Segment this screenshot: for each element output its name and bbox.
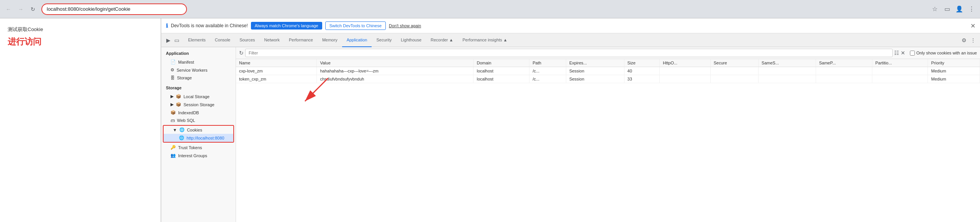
cell-path: /c...: [529, 75, 566, 83]
col-partitio: Partitio...: [872, 59, 928, 67]
tab-memory[interactable]: Memory: [318, 33, 342, 47]
device-icon[interactable]: ▭: [173, 36, 180, 44]
filter-options-button[interactable]: ☷: [894, 50, 899, 56]
reload-button[interactable]: ↻: [28, 4, 38, 15]
cell-name: cxp-love_zm: [236, 67, 317, 75]
interest-groups-icon: 👥: [170, 153, 176, 158]
manifest-icon: 📄: [170, 59, 176, 64]
forward-button[interactable]: →: [15, 4, 26, 15]
table-header-row: Name Value Domain Path Expires... Size H…: [236, 59, 980, 67]
devtools-sidebar: Application 📄 Manifest ⚙ Service Workers…: [161, 47, 236, 222]
col-samep: SameP...: [816, 59, 872, 67]
devtools-tabs: ▶ ▭ Elements Console Sources Network Per…: [161, 33, 980, 47]
sidebar-item-cookies-localhost[interactable]: 🌐 http://localhost:8080: [164, 134, 233, 142]
switch-devtools-button[interactable]: Switch DevTools to Chinese: [325, 21, 386, 30]
sidebar-item-service-workers[interactable]: ⚙ Service Workers: [161, 66, 236, 74]
cell-name: token_cxp_zm: [236, 75, 317, 83]
devtools-body: Application 📄 Manifest ⚙ Service Workers…: [161, 47, 980, 222]
bookmark-button[interactable]: ☆: [929, 4, 940, 15]
sidebar-item-manifest[interactable]: 📄 Manifest: [161, 58, 236, 66]
table-row[interactable]: token_cxp_zmchsdiufvbndsufyvbnduhlocalho…: [236, 75, 980, 83]
devtools-tab-icons: ▶ ▭: [164, 36, 180, 44]
main-page: 测试获取Cookie 进行访问: [0, 18, 161, 222]
table-row[interactable]: cxp-love_zmhahahahaha---cxp---love=---zm…: [236, 67, 980, 75]
sidebar-item-web-sql[interactable]: 🗃 Web SQL: [161, 117, 236, 124]
always-match-button[interactable]: Always match Chrome's language: [251, 22, 322, 30]
cell-value: hahahahaha---cxp---love=---zm: [317, 67, 474, 75]
local-storage-icon: ▶: [170, 94, 174, 99]
more-options-icon[interactable]: ⋮: [969, 36, 977, 44]
issue-checkbox-label: Only show cookies with an issue: [910, 51, 977, 56]
cell-domain: localhost: [474, 75, 529, 83]
dont-show-button[interactable]: Don't show again: [389, 23, 421, 28]
cast-button[interactable]: ▭: [942, 4, 952, 15]
trust-tokens-icon: 🔑: [170, 145, 176, 150]
table-wrapper: Name Value Domain Path Expires... Size H…: [236, 59, 980, 222]
indexeddb-label: IndexedDB: [178, 110, 199, 115]
storage-header: Storage: [161, 83, 236, 92]
tab-recorder[interactable]: Recorder ▲: [426, 33, 458, 47]
tab-lighthouse[interactable]: Lighthouse: [396, 33, 426, 47]
col-value: Value: [317, 59, 474, 67]
cell-domain: localhost: [474, 67, 529, 75]
cookies-group: ▼ 🌐 Cookies 🌐 http://localhost:8080: [163, 125, 234, 143]
col-domain: Domain: [474, 59, 529, 67]
tab-sources[interactable]: Sources: [235, 33, 259, 47]
local-storage-icon2: 📦: [176, 94, 181, 99]
col-expires: Expires...: [566, 59, 624, 67]
cell-partitio: [872, 67, 928, 75]
cookies-icon: 🌐: [179, 127, 185, 132]
storage-app-icon: 🗄: [170, 76, 175, 80]
filter-input[interactable]: [245, 49, 893, 57]
tab-security[interactable]: Security: [372, 33, 396, 47]
sidebar-item-indexeddb[interactable]: 📦 IndexedDB: [161, 109, 236, 117]
cell-priority: Medium: [928, 67, 980, 75]
indexeddb-icon: 📦: [170, 110, 176, 115]
sidebar-item-local-storage[interactable]: ▶ 📦 Local Storage: [161, 92, 236, 100]
cell-sames: [758, 67, 816, 75]
info-bar: ℹ DevTools is now available in Chinese! …: [161, 18, 980, 33]
profile-button[interactable]: 👤: [954, 4, 965, 15]
cell-priority: Medium: [928, 75, 980, 83]
cursor-icon[interactable]: ▶: [164, 36, 172, 44]
info-text: DevTools is now available in Chinese!: [171, 23, 248, 28]
cookies-localhost-label: http://localhost:8080: [187, 136, 224, 140]
session-storage-label: Session Storage: [184, 102, 215, 107]
cell-path: /c...: [529, 67, 566, 75]
cell-httpo: [660, 75, 710, 83]
sidebar-item-cookies[interactable]: ▼ 🌐 Cookies: [164, 126, 233, 134]
info-close-button[interactable]: ✕: [970, 22, 975, 30]
cell-expires: Session: [566, 75, 624, 83]
cell-expires: Session: [566, 67, 624, 75]
tab-console[interactable]: Console: [210, 33, 235, 47]
tab-performance-insights[interactable]: Performance insights ▲: [458, 33, 512, 47]
devtools-tab-right: ⚙ ⋮: [960, 36, 977, 44]
main-heading: 进行访问: [8, 36, 153, 48]
settings-icon[interactable]: ⚙: [960, 36, 968, 44]
service-workers-label: Service Workers: [177, 68, 207, 72]
cookies-expand-icon: ▼: [173, 128, 177, 132]
cell-samep: [816, 67, 872, 75]
cookies-localhost-icon: 🌐: [179, 135, 184, 140]
tab-application[interactable]: Application: [342, 33, 372, 47]
filter-clear-button[interactable]: ✕: [901, 50, 905, 56]
filter-bar: ↻ ☷ ✕ Only show cookies with an issue: [236, 47, 980, 59]
cookies-table: Name Value Domain Path Expires... Size H…: [236, 59, 980, 83]
sidebar-item-interest-groups[interactable]: 👥 Interest Groups: [161, 151, 236, 160]
tab-elements[interactable]: Elements: [184, 33, 210, 47]
sidebar-item-session-storage[interactable]: ▶ 📦 Session Storage: [161, 100, 236, 109]
sidebar-item-trust-tokens[interactable]: 🔑 Trust Tokens: [161, 143, 236, 151]
info-icon: ℹ: [166, 23, 168, 29]
issue-checkbox[interactable]: [910, 51, 915, 56]
cell-httpo: [660, 67, 710, 75]
address-bar[interactable]: localhost:8080/cookie/login/getCookie: [41, 3, 187, 15]
tab-performance[interactable]: Performance: [284, 33, 318, 47]
col-name: Name: [236, 59, 317, 67]
back-button[interactable]: ←: [3, 4, 14, 15]
cell-secure: [710, 67, 758, 75]
col-sames: SameS...: [758, 59, 816, 67]
refresh-button[interactable]: ↻: [239, 50, 244, 56]
sidebar-item-storage-app[interactable]: 🗄 Storage: [161, 74, 236, 82]
settings-button[interactable]: ⋮: [966, 4, 977, 15]
tab-network[interactable]: Network: [260, 33, 284, 47]
